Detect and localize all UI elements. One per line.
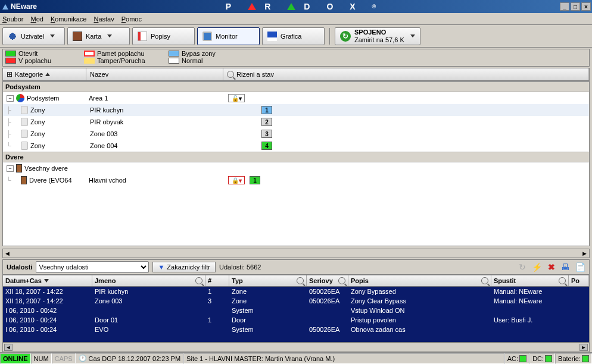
events-hscrollbar[interactable]: ◄ ► (2, 343, 590, 352)
grafica-label: Grafica (281, 33, 301, 40)
collapse-icon[interactable]: − (7, 165, 14, 172)
col-status[interactable]: Rizeni a stav (223, 68, 589, 80)
maximize-button[interactable]: □ (571, 2, 580, 11)
search-icon (338, 277, 345, 284)
zone-icon (21, 118, 28, 126)
col-category[interactable]: ⊞ Kategorie (3, 68, 86, 80)
grafica-button[interactable]: Grafica (262, 27, 325, 45)
brand-o: O (326, 2, 341, 11)
event-row[interactable]: I 06, 2010 - 00:24 Door 01 1 Door Pristu… (3, 315, 589, 325)
event-row[interactable]: XII 18, 2007 - 14:22 Zone 003 3 Zone 050… (3, 296, 589, 306)
zone-name: Zone 004 (90, 142, 227, 149)
custom-filter-button[interactable]: ▼ Zakaznicky filtr (152, 262, 216, 272)
bolt-icon[interactable]: ⚡ (532, 262, 542, 272)
filter-label: Zakaznicky filtr (167, 263, 210, 271)
legend-tamper: Tamper/Porucha (97, 57, 145, 64)
refresh-icon[interactable]: ↻ (519, 262, 526, 272)
events-table: XII 18, 2007 - 14:22 PIR kuchyn 1 Zone 0… (2, 287, 590, 343)
status-battery: Baterie: (555, 353, 592, 364)
col-name[interactable]: Nazev (86, 68, 223, 80)
events-column-header: Datum+Cas Jmeno # Typ Seriovy Popis Spus… (2, 275, 590, 287)
col-spustit[interactable]: Spustit (491, 275, 569, 286)
legend-normal-swatch (169, 58, 179, 64)
tree-row-alldoors[interactable]: − Vsechny dvere (3, 162, 589, 174)
chevron-down-icon (107, 34, 112, 37)
tree-branch-icon: ├ (7, 106, 18, 114)
tree-row-zone[interactable]: ├ Zony Zone 003 3 (3, 128, 589, 140)
event-row[interactable]: I 06, 2010 - 00:24 EVO System 050026EA O… (3, 325, 589, 334)
col-po[interactable]: Po (569, 275, 589, 286)
minimize-button[interactable]: _ (560, 2, 569, 11)
area-status-icon[interactable]: 🔓▾ (228, 94, 245, 102)
brand-reg: ® (372, 4, 376, 10)
title-bar: NEware P R D O X ® _ □ × (0, 0, 592, 13)
col-datetime[interactable]: Datum+Cas (3, 275, 92, 286)
tree-branch-icon: └ (7, 177, 18, 184)
search-icon (559, 277, 566, 284)
collapse-icon[interactable]: − (7, 95, 14, 102)
zone-badge: 4 (261, 142, 272, 150)
menu-soubor[interactable]: Soubor (2, 15, 23, 23)
refresh-icon: ↻ (340, 31, 351, 42)
menu-pomoc[interactable]: Pomoc (121, 15, 142, 23)
door-icon (73, 32, 82, 41)
pie-icon (16, 94, 24, 102)
close-button[interactable]: × (581, 2, 591, 11)
grafica-icon (267, 32, 277, 41)
zone-cat: Zony (30, 130, 88, 137)
tree-branch-icon: ├ (7, 118, 18, 125)
menu-nastav[interactable]: Nastav (94, 15, 114, 23)
export-icon[interactable]: 📄 (575, 262, 585, 272)
scroll-left-icon[interactable]: ◄ (4, 344, 13, 351)
zone-icon (21, 106, 28, 114)
ac-indicator-icon (519, 355, 526, 362)
door-lock-icon[interactable]: 🔒▾ (228, 176, 245, 184)
labels-button[interactable]: Popisy (132, 27, 195, 45)
events-filter-select[interactable]: Vsechny udalosti (36, 261, 149, 273)
legend-bypass: Bypas zony (182, 50, 216, 57)
scroll-right-icon[interactable]: ► (581, 250, 588, 257)
zone-name: Zone 003 (90, 130, 227, 137)
tree-column-header: ⊞ Kategorie Nazev Rizeni a stav (2, 68, 590, 81)
tree-row-zone[interactable]: ├ Zony PIR kuchyn 1 (3, 104, 589, 116)
col-seriovy[interactable]: Seriovy (307, 275, 348, 286)
section-dvere: Dvere (3, 152, 589, 162)
tree-row-door1[interactable]: └ Dvere (EVO64 Hlavni vchod 🔒▾ 1 (3, 174, 589, 186)
tree-area-label: Area 1 (89, 95, 226, 102)
event-row[interactable]: XII 18, 2007 - 14:22 PIR kuchyn 1 Zone 0… (3, 287, 589, 296)
status-site: Site 1 - HLAVNI MASTER: Martin Vrana (Vr… (183, 353, 504, 364)
brand-x: X (350, 2, 363, 11)
door-icon (21, 176, 27, 184)
search-icon (481, 277, 488, 284)
delete-icon[interactable]: ✖ (548, 262, 555, 272)
user-button[interactable]: Uzivatel (2, 27, 65, 45)
tree-door1-cat: Dvere (EVO64 (29, 177, 86, 184)
tree-hscrollbar[interactable]: ◄ ► (2, 249, 590, 258)
col-num[interactable]: # (205, 275, 229, 286)
tree-row-zone[interactable]: └ Zony Zone 004 4 (3, 140, 589, 152)
col-popis[interactable]: Popis (348, 275, 491, 286)
tree-branch-icon: └ (7, 142, 18, 149)
legend-open: Otevrit (18, 50, 38, 57)
monitor-button[interactable]: Monitor (197, 27, 260, 45)
events-count: Udalosti: 5662 (219, 263, 261, 271)
event-row[interactable]: I 06, 2010 - 00:42 System Vstup Winload … (3, 306, 589, 315)
door-badge: 1 (250, 176, 260, 184)
conn-status-label: SPOJENO (354, 29, 404, 36)
connection-status-button[interactable]: ↻ SPOJENO Zamirit na 57,6 K (335, 27, 420, 45)
menu-bar: Soubor Mod Komunikace Nastav Pomoc (0, 13, 592, 25)
scroll-left-icon[interactable]: ◄ (4, 250, 11, 257)
card-button[interactable]: Karta (67, 27, 130, 45)
scroll-right-icon[interactable]: ► (579, 344, 588, 351)
menu-komunikace[interactable]: Komunikace (51, 15, 87, 23)
brand-triangle-red-icon (248, 3, 256, 10)
tree-row-zone[interactable]: ├ Zony PIR obyvak 2 (3, 116, 589, 128)
menu-mod[interactable]: Mod (30, 15, 43, 23)
print-icon[interactable]: 🖶 (561, 262, 569, 272)
events-label: Udalosti (7, 263, 32, 271)
tree-door1-name: Hlavni vchod (89, 177, 226, 184)
col-typ[interactable]: Typ (229, 275, 307, 286)
col-jmeno[interactable]: Jmeno (92, 275, 205, 286)
col-category-label: Kategorie (15, 71, 43, 78)
tree-row-area[interactable]: − Podsystem Area 1 🔓▾ (3, 92, 589, 104)
